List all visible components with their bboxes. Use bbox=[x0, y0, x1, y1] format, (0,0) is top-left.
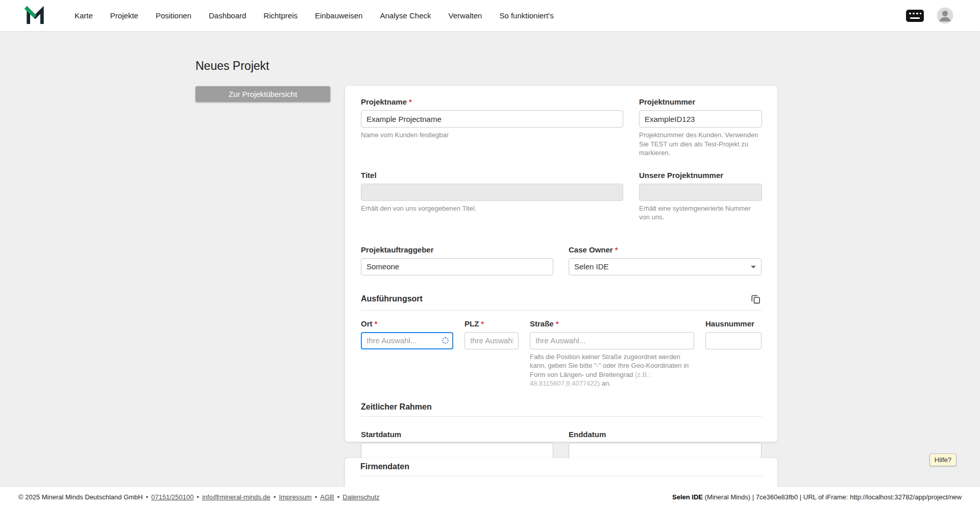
field-case-owner: Case Owner * Selen IDE bbox=[569, 245, 762, 275]
enddatum-input[interactable] bbox=[569, 443, 762, 460]
hausnummer-label: Hausnummer bbox=[705, 319, 762, 328]
projektauftraggeber-input[interactable] bbox=[361, 258, 553, 275]
main-nav: Karte Projekte Positionen Dashboard Rich… bbox=[75, 11, 554, 20]
nav-item-einbauweisen[interactable]: Einbauweisen bbox=[315, 11, 362, 20]
required-asterisk: * bbox=[481, 319, 484, 328]
loading-spinner-icon bbox=[442, 337, 449, 344]
footer-left: © 2025 Mineral Minds Deutschland GmbH • … bbox=[18, 493, 380, 501]
strasse-label-text: Straße bbox=[530, 319, 554, 328]
impressum-link[interactable]: Impressum bbox=[279, 493, 311, 501]
section-ausfuehrungsort-header: Ausführungsort bbox=[361, 293, 762, 311]
strasse-input[interactable] bbox=[530, 332, 694, 349]
field-titel: Titel Erhält den von uns vorgegebenen Ti… bbox=[361, 171, 623, 222]
field-hausnummer: Hausnummer bbox=[705, 319, 762, 388]
nav-item-richtpreis[interactable]: Richtpreis bbox=[263, 11, 298, 20]
separator: • bbox=[146, 493, 149, 501]
case-owner-select[interactable]: Selen IDE bbox=[569, 258, 762, 275]
projektnummer-input[interactable] bbox=[639, 110, 762, 128]
case-owner-label-text: Case Owner bbox=[569, 245, 613, 254]
case-owner-selected-value: Selen IDE bbox=[574, 262, 609, 271]
field-plz: PLZ * bbox=[464, 319, 519, 388]
mineral-minds-logo-icon bbox=[24, 5, 46, 27]
plz-input[interactable] bbox=[464, 332, 519, 349]
row-address: Ort * PLZ * Straße * Falls die Position … bbox=[361, 319, 762, 388]
projektauftraggeber-label-text: Projektauftraggeber bbox=[361, 245, 434, 254]
startdatum-input[interactable] bbox=[361, 443, 553, 460]
ort-input[interactable] bbox=[361, 332, 453, 349]
projektnummer-label: Projektnummer bbox=[639, 97, 762, 106]
startdatum-label: Startdatum bbox=[361, 430, 553, 439]
nav-item-analyse-check[interactable]: Analyse Check bbox=[380, 11, 431, 20]
datenschutz-link[interactable]: Datenschutz bbox=[342, 493, 379, 501]
section-firmendaten-header: Firmendaten bbox=[360, 462, 762, 476]
brand-logo[interactable] bbox=[24, 5, 46, 27]
section-zeitlicher-rahmen-header: Zeitlicher Rahmen bbox=[361, 402, 762, 417]
nav-item-projekte[interactable]: Projekte bbox=[110, 11, 138, 20]
projektname-input[interactable] bbox=[361, 110, 623, 128]
strasse-helper-main: Falls die Position keiner Straße zugeord… bbox=[530, 353, 689, 378]
field-strasse: Straße * Falls die Position keiner Straß… bbox=[530, 319, 694, 388]
footer: © 2025 Mineral Minds Deutschland GmbH • … bbox=[0, 487, 980, 507]
separator: • bbox=[274, 493, 276, 501]
unsere-projektnummer-label: Unsere Projektnummer bbox=[639, 171, 762, 180]
phone-link[interactable]: 07151/250100 bbox=[151, 493, 193, 501]
ort-label: Ort * bbox=[361, 319, 453, 328]
startdatum-label-text: Startdatum bbox=[361, 430, 401, 439]
back-to-projects-button[interactable]: Zur Projektübersicht bbox=[195, 86, 330, 102]
session-details: (Mineral Minds) | 7ce360e83fb0 | URL of … bbox=[703, 493, 962, 501]
field-projektnummer: Projektnummer Projektnummer des Kunden. … bbox=[639, 97, 762, 158]
nav-item-verwalten[interactable]: Verwalten bbox=[449, 11, 482, 20]
row-projektname: Projektname * Name vom Kunden festlegbar… bbox=[361, 97, 762, 158]
ort-label-text: Ort bbox=[361, 319, 373, 328]
new-project-form-card: Projektname * Name vom Kunden festlegbar… bbox=[345, 86, 777, 442]
copy-icon[interactable] bbox=[749, 293, 762, 306]
titel-input bbox=[361, 184, 623, 201]
unsere-projektnummer-label-text: Unsere Projektnummer bbox=[639, 171, 723, 180]
ort-input-wrap bbox=[361, 332, 453, 349]
page-title: Neues Projekt bbox=[195, 59, 269, 73]
required-asterisk: * bbox=[556, 319, 559, 328]
hausnummer-label-text: Hausnummer bbox=[705, 319, 754, 328]
nav-item-dashboard[interactable]: Dashboard bbox=[209, 11, 246, 20]
required-asterisk: * bbox=[615, 245, 618, 254]
user-avatar[interactable] bbox=[937, 7, 953, 24]
header-actions bbox=[905, 7, 953, 24]
field-ort: Ort * bbox=[361, 319, 453, 388]
unsere-projektnummer-input bbox=[639, 184, 762, 201]
agb-link[interactable]: AGB bbox=[320, 493, 334, 501]
strasse-label: Straße * bbox=[530, 319, 694, 328]
strasse-helper: Falls die Position keiner Straße zugeord… bbox=[530, 352, 694, 388]
row-auftraggeber: Projektauftraggeber Case Owner * Selen I… bbox=[361, 245, 762, 275]
field-projektauftraggeber: Projektauftraggeber bbox=[361, 245, 553, 275]
separator: • bbox=[337, 493, 340, 501]
chevron-down-icon bbox=[751, 266, 756, 268]
projektname-label: Projektname * bbox=[361, 97, 623, 106]
keyboard-icon[interactable] bbox=[905, 9, 924, 22]
row-titel: Titel Erhält den von uns vorgegebenen Ti… bbox=[361, 171, 762, 222]
hausnummer-input[interactable] bbox=[705, 332, 762, 349]
email-link[interactable]: info@mineral-minds.de bbox=[202, 493, 271, 501]
field-enddatum: Enddatum bbox=[569, 430, 762, 460]
help-button[interactable]: Hilfe? bbox=[929, 453, 957, 466]
top-navbar: Karte Projekte Positionen Dashboard Rich… bbox=[0, 0, 980, 31]
session-user: Selen IDE bbox=[672, 493, 703, 501]
required-asterisk: * bbox=[375, 319, 378, 328]
plz-label-text: PLZ bbox=[464, 319, 479, 328]
titel-label-text: Titel bbox=[361, 171, 377, 180]
projektnummer-label-text: Projektnummer bbox=[639, 97, 695, 106]
separator: • bbox=[197, 493, 199, 501]
session-info: Selen IDE (Mineral Minds) | 7ce360e83fb0… bbox=[672, 493, 962, 501]
case-owner-label: Case Owner * bbox=[569, 245, 762, 254]
titel-label: Titel bbox=[361, 171, 623, 180]
nav-item-so-funktionierts[interactable]: So funktioniert's bbox=[499, 11, 553, 20]
titel-helper: Erhält den von uns vorgegebenen Titel. bbox=[361, 204, 623, 213]
field-projektname: Projektname * Name vom Kunden festlegbar bbox=[361, 97, 623, 158]
zeitlicher-rahmen-heading: Zeitlicher Rahmen bbox=[361, 402, 432, 412]
nav-item-karte[interactable]: Karte bbox=[75, 11, 93, 20]
field-unsere-projektnummer: Unsere Projektnummer Erhält eine systemg… bbox=[639, 171, 762, 222]
projektnummer-helper: Projektnummer des Kunden. Verwenden Sie … bbox=[639, 131, 762, 158]
nav-item-positionen[interactable]: Positionen bbox=[156, 11, 191, 20]
firmendaten-heading: Firmendaten bbox=[360, 462, 409, 471]
row-dates: Startdatum Enddatum bbox=[361, 430, 762, 460]
required-asterisk: * bbox=[409, 97, 412, 106]
